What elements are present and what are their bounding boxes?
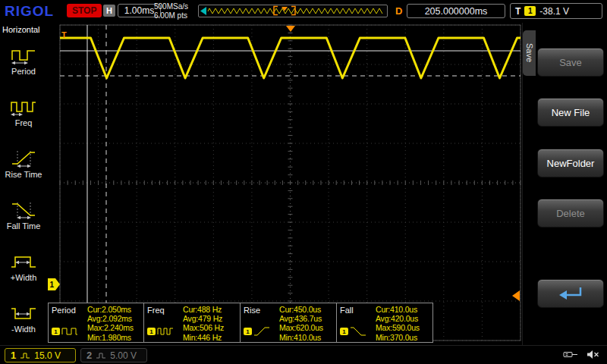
period-icon bbox=[10, 46, 37, 64]
measurement-box-fall: Fall 1 Cur:410.0us Avg:420.0us Max:590.0… bbox=[337, 303, 433, 343]
bottom-bar: 1 15.0 V 2 5.00 V bbox=[0, 345, 607, 364]
measurement-max: Max:506 Hz bbox=[183, 323, 237, 332]
menu-item-label: Rise Time bbox=[5, 170, 42, 179]
menu-item-minus-width[interactable]: -Width bbox=[0, 293, 47, 345]
delay-readout: 205.000000ms bbox=[407, 4, 505, 18]
freq-icon bbox=[10, 98, 37, 116]
svg-text:1: 1 bbox=[50, 281, 55, 289]
measurement-box-freq: Freq 1 Cur:488 Hz Avg:479 Hz Max:506 Hz … bbox=[144, 303, 241, 343]
measurement-avg: Avg:2.092ms bbox=[87, 314, 141, 323]
menu-item-label: +Width bbox=[11, 273, 37, 282]
acquisition-info: 500MSa/s 6.00M pts bbox=[154, 2, 188, 20]
source-channel-badge: 1 bbox=[52, 328, 60, 335]
menu-item-label: Fall Time bbox=[7, 221, 41, 231]
channel-2-chip[interactable]: 2 5.00 V bbox=[80, 348, 147, 362]
ch1-ground-marker[interactable]: 1 bbox=[48, 278, 60, 290]
rigol-logo: RIGOL bbox=[5, 3, 54, 20]
source-channel-badge: 1 bbox=[244, 328, 252, 335]
top-bar: RIGOL STOP H 1.00ms 500MSa/s 6.00M pts D… bbox=[0, 0, 607, 23]
menu-item-fall-time[interactable]: Fall Time bbox=[0, 190, 47, 242]
horizontal-label: H bbox=[103, 5, 115, 17]
memory-waveform-preview bbox=[198, 5, 388, 17]
measurement-box-period: Period 1 Cur:2.050ms Avg:2.092ms Max:2.2… bbox=[48, 303, 144, 343]
freq-glyph-icon bbox=[157, 326, 174, 337]
measurement-name: Fall bbox=[340, 306, 376, 315]
plus-width-icon bbox=[10, 253, 37, 271]
coupling-icon bbox=[20, 352, 30, 359]
measurement-min: Min:370.0us bbox=[376, 333, 430, 342]
source-channel-badge: 1 bbox=[147, 328, 156, 335]
coupling-icon bbox=[96, 352, 106, 359]
measurement-cur: Cur:488 Hz bbox=[183, 305, 237, 314]
source-channel-badge: 1 bbox=[340, 328, 348, 335]
usb-icon bbox=[563, 350, 578, 359]
measurement-max: Max:620.0us bbox=[279, 323, 334, 332]
measurement-avg: Avg:479 Hz bbox=[183, 314, 237, 323]
measurement-min: Min:446 Hz bbox=[183, 333, 237, 342]
delay-label: D bbox=[395, 5, 402, 17]
menu-item-rise-time[interactable]: Rise Time bbox=[0, 138, 47, 190]
measurement-min: Min:410.0us bbox=[279, 333, 334, 342]
rise-glyph-icon bbox=[253, 326, 270, 337]
measurement-name: Period bbox=[52, 306, 87, 315]
measurement-avg: Avg:436.7us bbox=[279, 314, 334, 323]
preview-strip bbox=[199, 5, 385, 17]
period-glyph-icon bbox=[61, 326, 78, 337]
trigger-label: T bbox=[515, 6, 521, 17]
status-icons bbox=[563, 350, 599, 359]
measurement-panel: Period 1 Cur:2.050ms Avg:2.092ms Max:2.2… bbox=[48, 303, 433, 343]
measure-menu: Horizontal Period Freq bbox=[0, 23, 47, 345]
return-arrow-icon bbox=[555, 284, 586, 303]
new-folder-button[interactable]: NewFolder bbox=[537, 149, 604, 177]
preview-left-arrow-icon bbox=[200, 7, 206, 15]
sample-rate: 500MSa/s bbox=[154, 2, 188, 11]
measurement-box-rise: Rise 1 Cur:450.0us Avg:436.7us Max:620.0… bbox=[241, 303, 337, 343]
menu-item-period[interactable]: Period bbox=[0, 35, 47, 86]
save-button[interactable]: Save bbox=[537, 48, 604, 77]
delete-button[interactable]: Delete bbox=[537, 199, 604, 228]
fall-time-icon bbox=[10, 201, 37, 219]
save-menu-tab-label: Save bbox=[525, 43, 534, 62]
trigger-edge-label: T bbox=[61, 30, 67, 39]
menu-item-label: -Width bbox=[11, 325, 36, 334]
oscilloscope-screen: RIGOL STOP H 1.00ms 500MSa/s 6.00M pts D… bbox=[0, 0, 607, 364]
menu-item-freq[interactable]: Freq bbox=[0, 86, 47, 138]
channel-2-scale: 5.00 V bbox=[110, 350, 137, 361]
channel-2-number: 2 bbox=[86, 350, 92, 361]
fall-glyph-icon bbox=[350, 326, 366, 337]
run-state-badge: STOP bbox=[67, 4, 102, 17]
rise-time-icon bbox=[10, 149, 37, 168]
measurement-name: Freq bbox=[147, 306, 183, 315]
back-button[interactable] bbox=[537, 279, 604, 308]
trigger-level-value: -38.1 V bbox=[539, 6, 569, 17]
measure-menu-title: Horizontal bbox=[0, 23, 47, 35]
save-menu: Save Save New File NewFolder Delete bbox=[522, 23, 607, 345]
measurement-cur: Cur:450.0us bbox=[279, 305, 334, 314]
trigger-readout: T 1 -38.1 V bbox=[510, 3, 602, 19]
measurement-name: Rise bbox=[244, 306, 279, 315]
scope-grid: 1 T bbox=[47, 23, 522, 345]
trigger-level-marker[interactable] bbox=[512, 290, 520, 301]
menu-item-label: Freq bbox=[15, 118, 33, 127]
new-file-button[interactable]: New File bbox=[537, 98, 604, 127]
measurement-max: Max:2.240ms bbox=[87, 323, 141, 332]
measurement-avg: Avg:420.0us bbox=[376, 314, 430, 323]
channel-1-chip[interactable]: 1 15.0 V bbox=[5, 348, 76, 362]
menu-item-label: Period bbox=[11, 67, 36, 76]
speaker-muted-icon bbox=[587, 350, 599, 359]
trigger-source-badge: 1 bbox=[524, 6, 536, 16]
menu-item-plus-width[interactable]: +Width bbox=[0, 242, 47, 293]
measurement-cur: Cur:410.0us bbox=[376, 305, 430, 314]
channel-1-scale: 15.0 V bbox=[34, 350, 61, 361]
measurement-max: Max:590.0us bbox=[376, 323, 430, 332]
save-menu-tab[interactable]: Save bbox=[523, 30, 536, 76]
scope-display: 1 T bbox=[47, 23, 522, 345]
trigger-position-marker[interactable] bbox=[286, 26, 295, 32]
memory-depth: 6.00M pts bbox=[154, 11, 188, 20]
measurement-cur: Cur:2.050ms bbox=[87, 305, 141, 314]
measurement-min: Min:1.980ms bbox=[87, 333, 141, 342]
minus-width-icon bbox=[10, 304, 37, 322]
channel-1-number: 1 bbox=[11, 350, 16, 361]
